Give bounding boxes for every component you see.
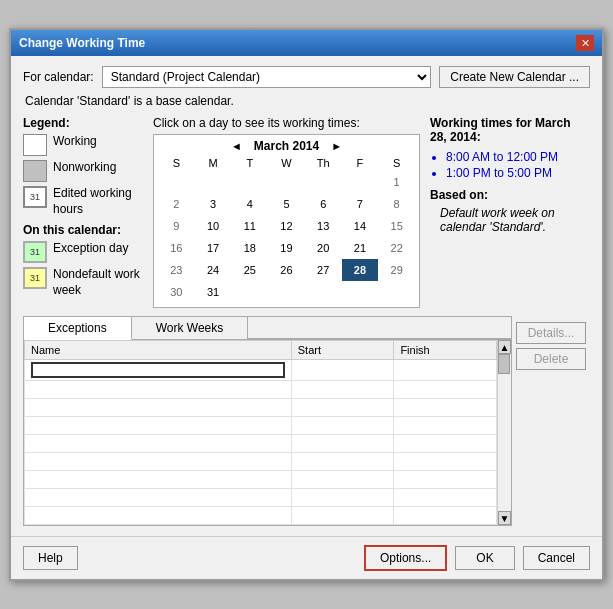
working-times-list: 8:00 AM to 12:00 PM 1:00 PM to 5:00 PM bbox=[446, 150, 590, 180]
calendar-dropdown[interactable]: Standard (Project Calendar) bbox=[102, 66, 432, 88]
cal-cell-day[interactable]: 25 bbox=[231, 259, 268, 281]
ok-button[interactable]: OK bbox=[455, 546, 514, 570]
working-times-title: Working times for March 28, 2014: bbox=[430, 116, 590, 144]
help-button[interactable]: Help bbox=[23, 546, 78, 570]
exception-box: 31 bbox=[23, 241, 47, 263]
day-header-wed: W bbox=[268, 157, 305, 169]
based-on-title: Based on: bbox=[430, 188, 590, 202]
cal-cell-day[interactable]: 26 bbox=[268, 259, 305, 281]
cal-cell-day[interactable]: 8 bbox=[378, 193, 415, 215]
calendar-nav: ◄ March 2014 ► bbox=[158, 139, 415, 153]
legend-nondefault: 31 Nondefault work week bbox=[23, 267, 143, 298]
nonworking-label: Nonworking bbox=[53, 160, 116, 176]
for-calendar-label: For calendar: bbox=[23, 70, 94, 84]
cal-cell-day[interactable]: 20 bbox=[305, 237, 342, 259]
working-box bbox=[23, 134, 47, 156]
cal-cell-day[interactable] bbox=[231, 171, 268, 193]
cal-cell-day[interactable]: 15 bbox=[378, 215, 415, 237]
col-start: Start bbox=[291, 341, 394, 360]
cal-cell-day[interactable]: 7 bbox=[342, 193, 379, 215]
cal-cell-day[interactable] bbox=[195, 171, 232, 193]
day-header-thu: Th bbox=[305, 157, 342, 169]
legend-title: Legend: bbox=[23, 116, 143, 130]
create-new-calendar-button[interactable]: Create New Calendar ... bbox=[439, 66, 590, 88]
cal-cell-selected[interactable]: 28 bbox=[342, 259, 379, 281]
table-row bbox=[25, 381, 497, 399]
table-header-row: Name Start Finish bbox=[25, 341, 497, 360]
cal-cell-day[interactable]: 12 bbox=[268, 215, 305, 237]
cal-cell-day[interactable]: 21 bbox=[342, 237, 379, 259]
table-row bbox=[25, 471, 497, 489]
working-time-2: 1:00 PM to 5:00 PM bbox=[446, 166, 590, 180]
cal-cell-empty bbox=[342, 281, 379, 303]
cal-cell-day[interactable] bbox=[305, 171, 342, 193]
day-header-fri: F bbox=[342, 157, 379, 169]
calendar-section: Click on a day to see its working times:… bbox=[153, 116, 420, 308]
cal-cell-day[interactable]: 6 bbox=[305, 193, 342, 215]
cal-cell-day[interactable]: 4 bbox=[231, 193, 268, 215]
cal-cell-empty bbox=[231, 281, 268, 303]
col-name: Name bbox=[25, 341, 292, 360]
cal-cell-day[interactable]: 14 bbox=[342, 215, 379, 237]
cal-cell-day[interactable]: 18 bbox=[231, 237, 268, 259]
name-input-cell[interactable] bbox=[25, 360, 292, 381]
scrollbar-thumb[interactable] bbox=[498, 354, 510, 374]
next-month-button[interactable]: ► bbox=[327, 140, 346, 152]
cal-cell-day[interactable]: 13 bbox=[305, 215, 342, 237]
tabs-section: Exceptions Work Weeks Name bbox=[23, 316, 512, 526]
table-row bbox=[25, 417, 497, 435]
day-header-tue: T bbox=[231, 157, 268, 169]
tabs-area: Exceptions Work Weeks Name bbox=[23, 316, 512, 526]
day-header-sat: S bbox=[378, 157, 415, 169]
nonworking-box bbox=[23, 160, 47, 182]
cal-cell-day[interactable]: 29 bbox=[378, 259, 415, 281]
delete-button[interactable]: Delete bbox=[516, 348, 586, 370]
working-label: Working bbox=[53, 134, 97, 150]
name-input[interactable] bbox=[31, 362, 285, 378]
cal-cell-day[interactable]: 23 bbox=[158, 259, 195, 281]
calendar-instruction: Click on a day to see its working times: bbox=[153, 116, 420, 130]
cal-cell-day[interactable]: 11 bbox=[231, 215, 268, 237]
cal-cell-day[interactable]: 17 bbox=[195, 237, 232, 259]
working-times-section: Working times for March 28, 2014: 8:00 A… bbox=[430, 116, 590, 308]
cal-cell-day[interactable]: 27 bbox=[305, 259, 342, 281]
table-row bbox=[25, 435, 497, 453]
cal-cell-day[interactable]: 9 bbox=[158, 215, 195, 237]
cal-cell-day[interactable] bbox=[268, 171, 305, 193]
cal-cell-day[interactable]: 10 bbox=[195, 215, 232, 237]
tab-exceptions[interactable]: Exceptions bbox=[24, 317, 132, 340]
cal-cell-day[interactable]: 16 bbox=[158, 237, 195, 259]
prev-month-button[interactable]: ◄ bbox=[227, 140, 246, 152]
table-row bbox=[25, 399, 497, 417]
close-button[interactable]: ✕ bbox=[576, 35, 594, 51]
cal-cell-empty bbox=[305, 281, 342, 303]
scrollbar-down-btn[interactable]: ▼ bbox=[498, 511, 511, 525]
scrollbar-up-btn[interactable]: ▲ bbox=[498, 340, 511, 354]
cancel-button[interactable]: Cancel bbox=[523, 546, 590, 570]
calendar-row-1: 1 bbox=[158, 171, 415, 193]
cal-cell-day[interactable]: 22 bbox=[378, 237, 415, 259]
tab-work-weeks[interactable]: Work Weeks bbox=[132, 317, 249, 339]
calendar-row-5: 23 24 25 26 27 28 29 bbox=[158, 259, 415, 281]
table-scrollbar: ▲ ▼ bbox=[497, 340, 511, 525]
nondefault-label: Nondefault work week bbox=[53, 267, 143, 298]
day-header-mon: M bbox=[195, 157, 232, 169]
cal-cell-day[interactable]: 2 bbox=[158, 193, 195, 215]
title-bar: Change Working Time ✕ bbox=[11, 30, 602, 56]
cal-cell-day[interactable]: 31 bbox=[195, 281, 232, 303]
details-button[interactable]: Details... bbox=[516, 322, 586, 344]
calendar-grid-wrapper: ◄ March 2014 ► S M T W Th F S bbox=[153, 134, 420, 308]
cal-cell-day[interactable] bbox=[342, 171, 379, 193]
cal-cell-day[interactable]: 5 bbox=[268, 193, 305, 215]
bottom-right-buttons: Options... OK Cancel bbox=[364, 545, 590, 571]
cal-cell-day[interactable]: 19 bbox=[268, 237, 305, 259]
cal-cell-day[interactable]: 30 bbox=[158, 281, 195, 303]
calendar-row-3: 9 10 11 12 13 14 15 bbox=[158, 215, 415, 237]
cal-cell-day[interactable]: 3 bbox=[195, 193, 232, 215]
cal-cell-empty bbox=[378, 281, 415, 303]
options-button[interactable]: Options... bbox=[364, 545, 447, 571]
on-this-calendar-label: On this calendar: bbox=[23, 223, 143, 237]
cal-cell-day[interactable]: 1 bbox=[378, 171, 415, 193]
change-working-time-dialog: Change Working Time ✕ For calendar: Stan… bbox=[9, 28, 604, 581]
cal-cell-day[interactable]: 24 bbox=[195, 259, 232, 281]
